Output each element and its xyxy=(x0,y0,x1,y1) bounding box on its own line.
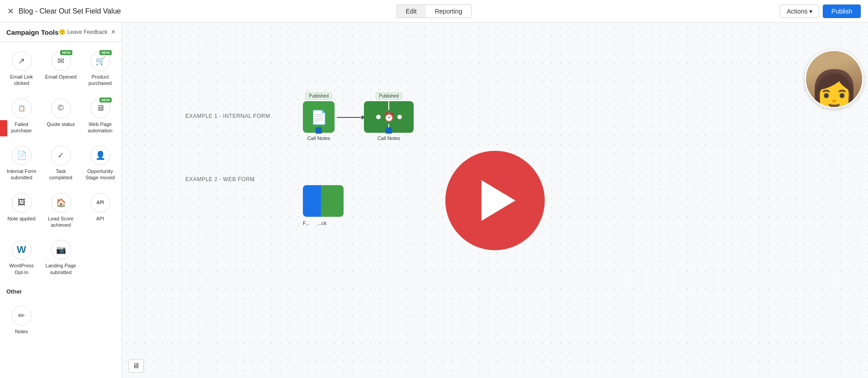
timer-box: ⏰ xyxy=(364,101,414,133)
tool-quote-status[interactable]: © Quote status xyxy=(43,94,79,138)
play-triangle-icon xyxy=(481,180,515,221)
clock-icon: ⏰ xyxy=(383,112,395,122)
new-badge-product-purchased: NEW xyxy=(99,50,112,55)
tool-wordpress-opt-in[interactable]: W WordPress Opt-In xyxy=(4,235,39,279)
example2-nodes xyxy=(303,185,344,217)
sidebar-header-right: 🙂 Leave Feedback × xyxy=(59,28,115,36)
monitor-button[interactable]: 🖥 xyxy=(128,359,144,373)
sidebar-header: Campaign Tools 🙂 Leave Feedback × xyxy=(0,23,122,42)
api-icon: API xyxy=(90,193,110,213)
quote-status-icon: © xyxy=(51,98,71,118)
node-label-call-notes-2: Call Notes xyxy=(377,135,401,141)
node-label-form: F... xyxy=(303,220,310,226)
tab-reporting[interactable]: Reporting xyxy=(426,5,472,18)
arrow-line-1 xyxy=(337,117,362,118)
tool-lead-score-achieved[interactable]: 🏠 Lead Score achieved xyxy=(43,188,79,232)
tools-grid: ↗ Email Link clicked ✉ NEW Email Opened … xyxy=(0,42,122,284)
wordpress-icon: W xyxy=(12,240,32,260)
tool-notes[interactable]: ✏ Notes xyxy=(4,301,39,338)
internal-form-icon: 📄 xyxy=(12,145,32,165)
sidebar-title: Campaign Tools xyxy=(6,28,59,36)
tool-label-wordpress: WordPress Opt-In xyxy=(5,262,38,275)
tool-label-internal-form: Internal Form submitted xyxy=(5,168,38,181)
tool-product-purchased[interactable]: 🛒 NEW Product purchased xyxy=(82,47,118,90)
header-actions: Actions ▾ Publish xyxy=(780,5,861,18)
timer-line-1 xyxy=(388,99,389,110)
tool-note-applied[interactable]: 🖼 Note applied xyxy=(4,188,39,232)
partial-node-right xyxy=(321,185,344,217)
presenter-avatar: 👩 xyxy=(805,50,863,108)
actions-button[interactable]: Actions ▾ xyxy=(780,5,819,18)
play-button[interactable] xyxy=(445,151,545,250)
node-connector-1 xyxy=(316,127,322,134)
tool-email-link-clicked[interactable]: ↗ Email Link clicked xyxy=(4,47,39,90)
tool-label-quote-status: Quote status xyxy=(47,121,75,127)
avatar-person-icon: 👩 xyxy=(809,71,859,107)
tool-opportunity-stage-moved[interactable]: 👤 Opportunity Stage moved xyxy=(82,141,118,185)
node-connector-2 xyxy=(386,127,392,134)
other-section-label: Other xyxy=(0,284,122,297)
tool-label-notes: Notes xyxy=(15,328,28,335)
tab-group: Edit Reporting xyxy=(396,5,472,18)
node-badge-2: Published xyxy=(376,93,402,99)
main-layout: Campaign Tools 🙂 Leave Feedback × ↗ Emai… xyxy=(0,23,868,378)
tool-label-landing-page: Landing Page submitted xyxy=(45,262,77,275)
tool-label-email-link-clicked: Email Link clicked xyxy=(5,74,38,87)
other-tools-grid: ✏ Notes xyxy=(0,297,122,343)
tool-failed-purchase[interactable]: 📋 Failed purchase xyxy=(4,94,39,138)
publish-button[interactable]: Publish xyxy=(823,5,861,18)
leave-feedback-button[interactable]: 🙂 Leave Feedback xyxy=(59,29,108,35)
tool-label-note-applied: Note applied xyxy=(8,215,36,222)
opportunity-stage-icon: 👤 xyxy=(90,145,110,165)
tab-edit[interactable]: Edit xyxy=(397,5,426,18)
tool-task-completed[interactable]: ✓ Task completed xyxy=(43,141,79,185)
tool-label-lead-score: Lead Score achieved xyxy=(45,215,77,229)
smiley-icon: 🙂 xyxy=(59,29,66,35)
tool-label-email-opened: Email Opened xyxy=(45,74,77,80)
failed-purchase-icon: 📋 xyxy=(12,98,32,118)
flow-arrow-1 xyxy=(337,115,365,120)
node-call-notes-2[interactable]: Published ⏰ Call Notes xyxy=(364,93,414,141)
note-applied-icon: 🖼 xyxy=(12,193,32,213)
landing-page-icon: 📷 xyxy=(51,240,71,260)
example2-label: EXAMPLE 2 - WEB FORM xyxy=(185,176,255,182)
header: ✕ Blog - Clear Out Set Field Value Edit … xyxy=(0,0,868,23)
timer-dot-left xyxy=(376,115,381,119)
task-completed-icon: ✓ xyxy=(51,145,71,165)
tool-landing-page[interactable]: 📷 Landing Page submitted xyxy=(43,235,79,279)
node-call-notes-1[interactable]: Published 📄 Call Notes xyxy=(303,93,335,141)
email-link-clicked-icon: ↗ xyxy=(12,51,32,71)
tool-label-web-page-automation: Web Page automation xyxy=(84,121,116,134)
example1-label: EXAMPLE 1 - INTERNAL FORM xyxy=(185,113,270,119)
new-badge-email-opened: NEW xyxy=(60,50,72,55)
tool-web-page-automation[interactable]: 🖥 NEW Web Page automation xyxy=(82,94,118,138)
sidebar-close-button[interactable]: × xyxy=(111,28,115,36)
tool-email-opened[interactable]: ✉ NEW Email Opened xyxy=(43,47,79,90)
partial-node-left xyxy=(303,185,321,217)
node-badge-1: Published xyxy=(306,93,332,99)
tool-label-task-completed: Task completed xyxy=(45,168,77,181)
timer-dot-right xyxy=(397,115,402,119)
node-box-1: 📄 xyxy=(303,101,335,133)
tool-internal-form-submitted[interactable]: 📄 Internal Form submitted xyxy=(4,141,39,185)
node-label-call-notes-1: Call Notes xyxy=(307,135,330,141)
node-label-ck: ...ck xyxy=(317,220,326,226)
tool-label-opportunity-stage: Opportunity Stage moved xyxy=(84,168,116,181)
canvas[interactable]: EXAMPLE 1 - INTERNAL FORM Published 📄 Ca… xyxy=(122,23,868,378)
tool-label-product-purchased: Product purchased xyxy=(84,74,116,87)
tool-label-failed-purchase: Failed purchase xyxy=(5,121,38,134)
tool-label-api: API xyxy=(96,215,104,222)
notes-icon: ✏ xyxy=(12,306,32,326)
tool-api[interactable]: API API xyxy=(82,188,118,232)
close-button[interactable]: ✕ xyxy=(7,6,14,16)
new-badge-web-page: NEW xyxy=(99,98,112,103)
lead-score-icon: 🏠 xyxy=(51,193,71,213)
monitor-icon: 🖥 xyxy=(132,362,140,369)
avatar-inner: 👩 xyxy=(806,51,862,107)
sidebar: Campaign Tools 🙂 Leave Feedback × ↗ Emai… xyxy=(0,23,122,378)
document-icon: 📄 xyxy=(311,109,327,125)
